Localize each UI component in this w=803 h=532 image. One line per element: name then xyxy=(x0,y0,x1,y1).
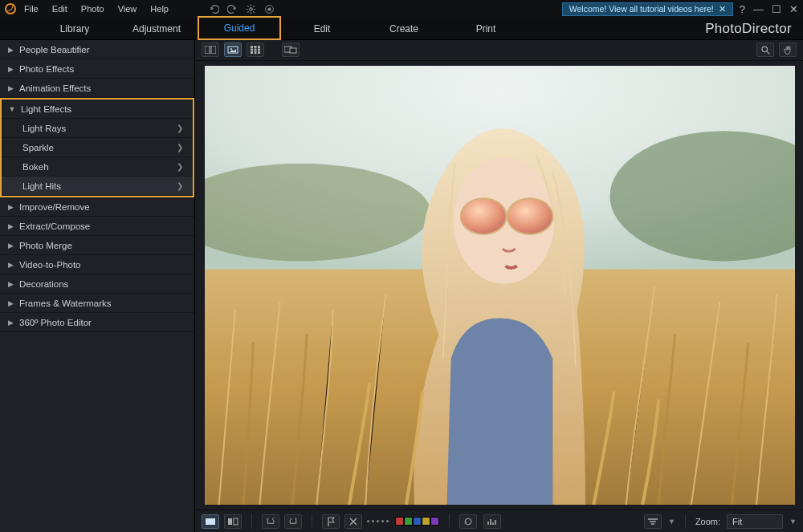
zoom-select[interactable]: Fit xyxy=(727,514,783,529)
secondary-display-icon[interactable] xyxy=(282,43,300,57)
banner-close-icon[interactable]: ✕ xyxy=(719,4,726,14)
grid-view-icon[interactable] xyxy=(247,43,264,57)
svg-point-24 xyxy=(507,198,553,234)
tab-guided[interactable]: Guided xyxy=(198,16,281,40)
svg-point-23 xyxy=(461,198,507,234)
sidebar-item-light-effects[interactable]: ▼Light Effects xyxy=(2,99,193,119)
photo-canvas[interactable] xyxy=(205,66,795,506)
mode-tabs: Library Adjustment Guided Edit Create Pr… xyxy=(0,18,803,40)
chevron-right-icon: ▶ xyxy=(6,84,14,92)
tutorial-banner[interactable]: Welcome! View all tutorial videos here! … xyxy=(562,2,733,16)
svg-rect-2 xyxy=(205,46,210,54)
photo-preview xyxy=(205,66,795,506)
svg-rect-6 xyxy=(251,46,253,48)
chevron-right-icon: ▶ xyxy=(6,261,14,269)
swatch-blue[interactable] xyxy=(413,517,422,526)
sidebar-item-video-to-photo[interactable]: ▶Video-to-Photo xyxy=(0,255,194,274)
sidebar-item-frames-watermarks[interactable]: ▶Frames & Watermarks xyxy=(0,294,194,313)
chevron-right-icon: ▶ xyxy=(6,203,14,211)
app-logo-icon xyxy=(5,3,16,14)
chevron-right-icon: ▶ xyxy=(6,299,14,307)
svg-rect-8 xyxy=(258,46,260,48)
sidebar-item-improve-remove[interactable]: ▶Improve/Remove xyxy=(0,197,194,217)
minimize-icon[interactable]: — xyxy=(753,3,764,15)
svg-rect-3 xyxy=(211,46,216,54)
zoom-label: Zoom: xyxy=(695,517,720,526)
rating-dots[interactable] xyxy=(367,520,389,522)
sidebar-item-people-beautifier[interactable]: ▶People Beautifier xyxy=(0,40,194,59)
svg-rect-12 xyxy=(251,51,253,54)
chevron-right-icon: ▶ xyxy=(6,46,14,54)
menu-photo[interactable]: Photo xyxy=(81,4,104,14)
chevron-right-icon: ▶ xyxy=(6,280,14,288)
pan-tool-icon[interactable] xyxy=(779,43,797,57)
sidebar-sub-light-hits[interactable]: Light Hits❯ xyxy=(2,177,193,196)
chevron-right-icon: ❯ xyxy=(177,181,183,190)
chevron-right-icon: ▶ xyxy=(6,222,14,230)
sidebar-item-animation-effects[interactable]: ▶Animation Effects xyxy=(0,79,194,98)
sidebar-sub-bokeh[interactable]: Bokeh❯ xyxy=(2,157,193,177)
svg-rect-27 xyxy=(234,518,238,525)
svg-rect-9 xyxy=(251,49,253,51)
swatch-red[interactable] xyxy=(395,517,404,526)
swatch-green[interactable] xyxy=(404,517,413,526)
filter-list-icon[interactable] xyxy=(644,514,662,529)
menubar: File Edit Photo View Help xyxy=(24,4,180,14)
histogram-icon[interactable] xyxy=(483,514,501,529)
sidebar: ▶People Beautifier ▶Photo Effects ▶Anima… xyxy=(0,40,195,532)
single-view-icon[interactable] xyxy=(224,43,242,57)
brand-label: PhotoDirector xyxy=(705,21,792,37)
reject-icon[interactable] xyxy=(344,514,362,529)
chevron-down-icon[interactable]: ▼ xyxy=(668,518,675,526)
redo-icon[interactable] xyxy=(227,4,238,14)
sidebar-item-photo-merge[interactable]: ▶Photo Merge xyxy=(0,236,194,255)
tab-edit[interactable]: Edit xyxy=(281,18,363,40)
menu-view[interactable]: View xyxy=(118,4,137,14)
notifications-bell-icon[interactable] xyxy=(264,4,275,14)
content-area: ▼ Zoom: Fit ▼ xyxy=(195,40,803,532)
chevron-down-icon[interactable]: ▼ xyxy=(789,518,797,526)
maximize-icon[interactable]: ☐ xyxy=(772,3,781,15)
svg-point-0 xyxy=(250,7,253,10)
help-icon[interactable]: ? xyxy=(740,3,745,15)
settings-gear-icon[interactable] xyxy=(246,4,256,14)
compare-view-icon[interactable] xyxy=(202,43,219,57)
sidebar-item-extract-compose[interactable]: ▶Extract/Compose xyxy=(0,217,194,236)
zoom-tool-icon[interactable] xyxy=(756,43,774,57)
svg-rect-13 xyxy=(255,51,257,54)
menu-edit[interactable]: Edit xyxy=(52,4,67,14)
chevron-right-icon: ❯ xyxy=(177,162,183,171)
view-mode-2-icon[interactable] xyxy=(224,514,242,529)
refresh-icon[interactable] xyxy=(459,514,477,529)
titlebar: File Edit Photo View Help Welcome! View … xyxy=(0,0,803,18)
chevron-right-icon: ▶ xyxy=(6,65,14,73)
view-toolbar xyxy=(195,40,803,61)
sidebar-item-360-photo-editor[interactable]: ▶360º Photo Editor xyxy=(0,313,194,332)
rotate-right-icon[interactable] xyxy=(284,514,302,529)
chevron-down-icon: ▼ xyxy=(8,105,16,113)
menu-file[interactable]: File xyxy=(24,4,39,14)
chevron-right-icon: ❯ xyxy=(177,143,183,152)
close-icon[interactable]: ✕ xyxy=(789,3,798,15)
color-labels[interactable] xyxy=(395,517,439,526)
rotate-left-icon[interactable] xyxy=(262,514,279,529)
svg-rect-25 xyxy=(206,518,215,525)
tab-create[interactable]: Create xyxy=(363,18,445,40)
swatch-purple[interactable] xyxy=(430,517,439,526)
sidebar-sub-sparkle[interactable]: Sparkle❯ xyxy=(2,138,193,157)
tab-library[interactable]: Library xyxy=(34,18,116,40)
tab-print[interactable]: Print xyxy=(445,18,527,40)
sidebar-sub-light-rays[interactable]: Light Rays❯ xyxy=(2,119,193,138)
chevron-right-icon: ▶ xyxy=(6,319,14,327)
undo-icon[interactable] xyxy=(209,4,219,14)
svg-rect-11 xyxy=(258,49,260,51)
svg-rect-26 xyxy=(228,518,232,525)
view-mode-1-icon[interactable] xyxy=(202,514,219,529)
menu-help[interactable]: Help xyxy=(150,4,169,14)
flag-icon[interactable] xyxy=(322,514,340,529)
tab-adjustment[interactable]: Adjustment xyxy=(116,18,198,40)
sidebar-item-photo-effects[interactable]: ▶Photo Effects xyxy=(0,59,194,79)
tutorial-banner-text: Welcome! View all tutorial videos here! xyxy=(569,4,714,14)
swatch-yellow[interactable] xyxy=(422,517,430,526)
sidebar-item-decorations[interactable]: ▶Decorations xyxy=(0,274,194,294)
